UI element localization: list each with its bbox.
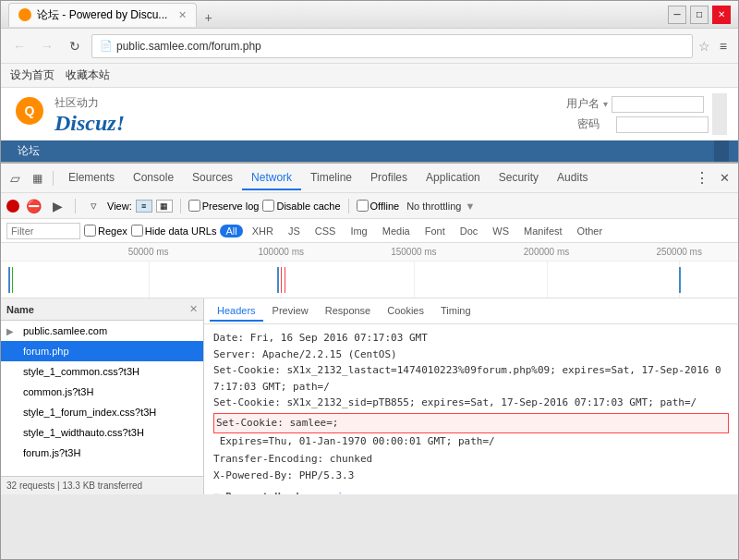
headers-tab-timing[interactable]: Timing (433, 301, 479, 322)
tab-application[interactable]: Application (417, 166, 490, 190)
network-filter-bar: Regex Hide data URLs All XHR JS CSS Img … (1, 219, 738, 243)
tab-security[interactable]: Security (490, 166, 548, 190)
timeline-label-1: 50000 ms (128, 247, 169, 257)
filter-type-font[interactable]: Font (419, 225, 451, 237)
bookmark-item-fav[interactable]: 收藏本站 (66, 67, 110, 83)
tab-elements[interactable]: Elements (59, 166, 124, 190)
timeline-labels: 50000 ms 100000 ms 150000 ms 200000 ms 2… (1, 243, 738, 262)
devtools-inspect-button[interactable]: ▱ (5, 168, 25, 189)
tab-area: 论坛 - Powered by Discu... ✕ + (8, 3, 220, 27)
file-name-domain: public.samlee.com (23, 325, 198, 336)
headers-tab-cookies[interactable]: Cookies (380, 301, 431, 322)
view-grid-button[interactable]: ▦ (156, 200, 173, 213)
file-item-css3[interactable]: style_1_widthauto.css?t3H (1, 422, 203, 443)
request-headers-title[interactable]: ▼ Request Headers (213, 491, 318, 494)
nav-item-forum[interactable]: 论坛 (10, 143, 47, 159)
headers-panel: Headers Preview Response Cookies Timing … (204, 298, 738, 494)
filter-type-other[interactable]: Other (572, 225, 609, 237)
filter-type-xhr[interactable]: XHR (247, 225, 279, 237)
file-item-css1[interactable]: style_1_common.css?t3H (1, 361, 203, 382)
headers-tab-headers[interactable]: Headers (210, 301, 263, 322)
filter-type-ws[interactable]: WS (487, 225, 515, 237)
record-button[interactable] (6, 200, 19, 213)
timeline-bar-5 (285, 267, 285, 293)
filter-type-manifest[interactable]: Manifest (518, 225, 568, 237)
devtools-more-button[interactable]: ⋮ (692, 168, 712, 189)
devtools-panel: ▱ ▦ Elements Console Sources Network Tim… (1, 162, 738, 494)
address-bar[interactable]: 📄 public.samlee.com/forum.php (91, 34, 693, 58)
headers-tab-preview[interactable]: Preview (265, 301, 316, 322)
bookmark-star-button[interactable]: ☆ (698, 39, 710, 54)
file-item-forumjs[interactable]: forum.js?t3H (1, 443, 203, 463)
logo-char: Q (25, 103, 35, 118)
title-bar-left: 论坛 - Powered by Discu... ✕ + (8, 3, 668, 27)
tab-network[interactable]: Network (242, 166, 301, 190)
header-x-powered-by: X-Powered-By: PHP/5.3.3 (213, 468, 729, 484)
filter-type-css[interactable]: CSS (309, 225, 342, 237)
browser-tab[interactable]: 论坛 - Powered by Discu... ✕ (8, 3, 197, 27)
throttle-arrow[interactable]: ▼ (465, 201, 475, 212)
devtools-close-button[interactable]: ✕ (714, 168, 734, 189)
tab-timeline[interactable]: Timeline (301, 166, 361, 190)
filter-type-all[interactable]: All (220, 225, 242, 237)
offline-checkbox[interactable]: Offline (357, 200, 400, 212)
file-list: ▶ public.samlee.com forum.php style_1_co… (1, 321, 203, 476)
view-source-link[interactable]: view source (331, 491, 398, 494)
nav-scrollbar[interactable] (714, 140, 729, 162)
nt-sep-1 (75, 199, 76, 213)
view-label: View: (107, 201, 132, 212)
back-button[interactable]: ← (8, 35, 30, 57)
tab-profiles[interactable]: Profiles (361, 166, 417, 190)
header-set-cookie-2: Set-Cookie: sX1x_2132_sid=pTB855; expire… (213, 395, 729, 411)
file-list-panel: Name ✕ ▶ public.samlee.com forum.php (1, 298, 204, 494)
filter-type-js[interactable]: JS (283, 225, 306, 237)
filter-type-media[interactable]: Media (377, 225, 416, 237)
forward-button[interactable]: → (36, 35, 58, 57)
headers-tab-response[interactable]: Response (318, 301, 379, 322)
camera-button[interactable]: ▶ (47, 196, 67, 216)
disable-cache-checkbox[interactable]: Disable cache (262, 200, 340, 212)
close-button[interactable]: ✕ (712, 6, 731, 24)
website-area: Q 社区动力 Discuz! 用户名 ▾ 密码 (1, 88, 738, 162)
timeline-label-2: 100000 ms (258, 247, 303, 257)
username-input[interactable] (612, 96, 704, 113)
address-text: public.samlee.com/forum.php (116, 40, 684, 53)
timeline-bars (1, 262, 738, 298)
hide-urls-checkbox[interactable]: Hide data URLs (131, 225, 217, 237)
view-list-button[interactable]: ≡ (136, 200, 152, 213)
right-scrollbar[interactable] (712, 93, 727, 135)
header-set-cookie-3-wrapper: Set-Cookie: samlee=; Expires=Thu, 01-Jan… (213, 413, 729, 449)
clear-button[interactable]: ⛔ (23, 196, 43, 216)
tab-sources[interactable]: Sources (183, 166, 242, 190)
vline-4 (547, 262, 548, 298)
file-item-commonjs[interactable]: common.js?t3H (1, 382, 203, 402)
preserve-log-checkbox[interactable]: Preserve log (188, 200, 260, 212)
tab-audits[interactable]: Audits (548, 166, 597, 190)
filter-type-img[interactable]: Img (345, 225, 372, 237)
filter-input[interactable] (6, 223, 80, 239)
devtools-device-button[interactable]: ▦ (27, 168, 47, 189)
tab-close-button[interactable]: ✕ (178, 9, 187, 21)
filter-icon[interactable]: ▿ (83, 196, 103, 216)
tab-console[interactable]: Console (124, 166, 183, 190)
browser-menu-button[interactable]: ≡ (716, 39, 731, 54)
file-name-css1: style_1_common.css?t3H (23, 366, 198, 377)
site-logo-area: Q 社区动力 Discuz! (12, 95, 125, 134)
file-list-header: Name ✕ (1, 298, 203, 321)
browser-content: Q 社区动力 Discuz! 用户名 ▾ 密码 (1, 88, 738, 559)
file-item-forum[interactable]: forum.php (1, 341, 203, 361)
site-logo-text: 社区动力 Discuz! (55, 95, 125, 134)
maximize-button[interactable]: □ (690, 6, 709, 24)
file-item-css2[interactable]: style_1_forum_index.css?t3H (1, 402, 203, 422)
password-input[interactable] (616, 116, 709, 133)
file-item-domain[interactable]: ▶ public.samlee.com (1, 321, 203, 341)
file-list-close-button[interactable]: ✕ (189, 303, 198, 315)
new-tab-button[interactable]: + (197, 8, 219, 27)
bookmark-item-home[interactable]: 设为首页 (10, 67, 55, 83)
filter-type-doc[interactable]: Doc (454, 225, 484, 237)
regex-checkbox[interactable]: Regex (84, 225, 127, 237)
devtools-top-toolbar: ▱ ▦ Elements Console Sources Network Tim… (1, 164, 738, 193)
minimize-button[interactable]: ─ (668, 6, 686, 24)
refresh-button[interactable]: ↻ (64, 35, 86, 57)
header-set-cookie-3-highlighted: Set-Cookie: samlee=; (213, 413, 729, 433)
